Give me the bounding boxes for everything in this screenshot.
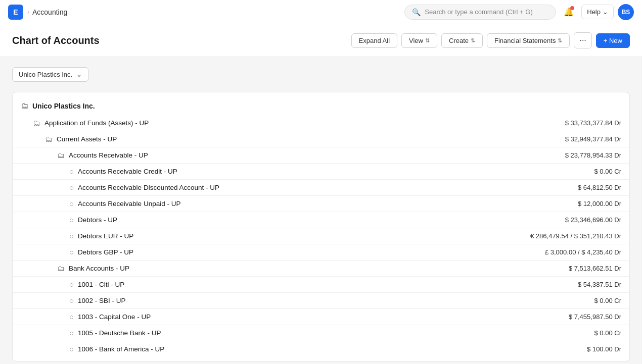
account-name: Accounts Receivable Credit - UP <box>78 168 177 175</box>
account-row[interactable]: ○ 1002 - SBI - UP $ 0.00 Cr <box>13 293 629 309</box>
account-left: ○ Accounts Receivable Credit - UP <box>69 167 177 176</box>
account-amount: $ 12,000.00 Dr <box>578 200 621 207</box>
company-name: Unico Plastics Inc. <box>32 102 95 110</box>
account-amount: $ 33,733,377.84 Dr <box>565 119 621 127</box>
help-chevron: ⌄ <box>603 8 608 16</box>
account-left: 🗂 Bank Accounts - UP <box>57 264 129 273</box>
circle-icon: ○ <box>69 345 74 353</box>
view-button[interactable]: View ⇅ <box>401 33 437 48</box>
account-row[interactable]: ○ 1005 - Deutsche Bank - UP $ 0.00 Cr <box>13 325 629 341</box>
folder-icon: 🗂 <box>45 135 53 143</box>
account-amount: $ 23,778,954.33 Dr <box>565 151 621 159</box>
account-left: ○ Accounts Receivable Unpaid - UP <box>69 199 180 208</box>
account-row[interactable]: ○ Accounts Receivable Discounted Account… <box>13 180 629 196</box>
account-name: 1005 - Deutsche Bank - UP <box>78 329 161 337</box>
account-amount: $ 23,346,696.00 Dr <box>565 216 621 224</box>
folder-icon: 🗂 <box>57 151 65 160</box>
circle-icon: ○ <box>69 167 74 176</box>
notification-dot <box>570 6 574 10</box>
account-amount: € 286,479.54 / $ 351,210.43 Dr <box>530 232 621 240</box>
search-bar[interactable]: 🔍 Search or type a command (Ctrl + G) <box>404 5 556 20</box>
account-row[interactable]: ○ Debtors GBP - UP £ 3,000.00 / $ 4,235.… <box>13 244 629 261</box>
account-left: 🗂 Current Assets - UP <box>45 135 117 143</box>
accounts-list: 🗂 Unico Plastics Inc. 🗂 Application of F… <box>12 92 630 361</box>
account-amount: £ 3,000.00 / $ 4,235.40 Dr <box>545 248 621 256</box>
search-placeholder: Search or type a command (Ctrl + G) <box>425 8 533 16</box>
folder-icon: 🗂 <box>57 264 65 273</box>
account-row[interactable]: ○ 1006 - Bank of America - UP $ 100.00 D… <box>13 341 629 357</box>
circle-icon: ○ <box>69 199 74 208</box>
account-name: Debtors - UP <box>78 216 117 224</box>
account-row[interactable]: 🗂 Bank Accounts - UP $ 7,513,662.51 Dr <box>13 261 629 277</box>
create-chevron: ⇅ <box>471 37 475 44</box>
account-left: ○ 1005 - Deutsche Bank - UP <box>69 329 161 337</box>
account-row[interactable]: ○ Debtors - UP $ 23,346,696.00 Dr <box>13 212 629 228</box>
account-amount: $ 0.00 Cr <box>594 297 621 304</box>
more-options-button[interactable]: ··· <box>574 32 591 48</box>
account-name: 1006 - Bank of America - UP <box>78 345 164 353</box>
notifications-bell[interactable]: 🔔 <box>560 4 577 21</box>
account-name: 1002 - SBI - UP <box>78 297 126 304</box>
circle-icon: ○ <box>69 313 74 321</box>
account-left: 🗂 Application of Funds (Assets) - UP <box>33 119 149 127</box>
account-row[interactable]: ○ 1003 - Capital One - UP $ 7,455,987.50… <box>13 309 629 325</box>
app-icon[interactable]: E <box>8 5 23 20</box>
account-left: ○ Debtors EUR - UP <box>69 232 133 240</box>
breadcrumb-accounting[interactable]: Accounting <box>32 8 67 16</box>
account-amount: $ 0.00 Cr <box>594 168 621 175</box>
account-amount: $ 100.00 Dr <box>587 345 621 353</box>
breadcrumb-sep: › <box>27 9 29 16</box>
page-header: Chart of Accounts Expand All View ⇅ Crea… <box>0 24 642 57</box>
create-button[interactable]: Create ⇅ <box>441 33 483 48</box>
company-header-row[interactable]: 🗂 Unico Plastics Inc. <box>13 96 629 115</box>
circle-icon: ○ <box>69 232 74 240</box>
user-avatar[interactable]: BS <box>618 4 634 20</box>
account-name: Debtors EUR - UP <box>78 232 133 240</box>
account-name: Current Assets - UP <box>57 135 117 143</box>
view-label: View <box>409 37 423 44</box>
account-amount: $ 7,513,662.51 Dr <box>569 265 621 272</box>
account-amount: $ 64,812.50 Dr <box>578 184 621 191</box>
main-content: Unico Plastics Inc. ⌄ 🗂 Unico Plastics I… <box>0 57 642 364</box>
circle-icon: ○ <box>69 329 74 337</box>
account-left: 🗂 Accounts Receivable - UP <box>57 151 148 160</box>
help-button[interactable]: Help ⌄ <box>581 5 614 19</box>
account-name: Application of Funds (Assets) - UP <box>44 119 149 127</box>
account-row[interactable]: ○ Debtors EUR - UP € 286,479.54 / $ 351,… <box>13 228 629 244</box>
circle-icon: ○ <box>69 296 74 305</box>
breadcrumb: › Accounting <box>27 8 67 16</box>
account-left: ○ Accounts Receivable Discounted Account… <box>69 183 219 192</box>
account-amount: $ 32,949,377.84 Dr <box>565 135 621 143</box>
circle-icon: ○ <box>69 183 74 192</box>
account-name: 1001 - Citi - UP <box>78 281 124 288</box>
page-actions: Expand All View ⇅ Create ⇅ Financial Sta… <box>351 32 630 48</box>
account-left: ○ 1002 - SBI - UP <box>69 296 126 305</box>
account-name: Accounts Receivable Discounted Account -… <box>78 184 219 191</box>
create-label: Create <box>449 37 469 44</box>
account-left: ○ Debtors - UP <box>69 216 117 224</box>
account-amount: $ 54,387.51 Dr <box>578 281 621 288</box>
new-button[interactable]: + New <box>596 33 630 48</box>
company-selector[interactable]: Unico Plastics Inc. ⌄ <box>12 67 88 82</box>
company-selector-label: Unico Plastics Inc. <box>19 71 72 78</box>
account-left: ○ 1006 - Bank of America - UP <box>69 345 164 353</box>
account-row[interactable]: 🗂 Current Assets - UP $ 32,949,377.84 Dr <box>13 131 629 147</box>
account-row[interactable]: ○ Accounts Receivable Unpaid - UP $ 12,0… <box>13 196 629 212</box>
account-left: ○ 1001 - Citi - UP <box>69 280 124 289</box>
account-row[interactable]: ○ Accounts Receivable Credit - UP $ 0.00… <box>13 164 629 180</box>
search-icon: 🔍 <box>412 8 421 16</box>
company-folder-icon: 🗂 <box>21 101 28 110</box>
account-name: Accounts Receivable - UP <box>69 151 148 159</box>
financial-statements-label: Financial Statements <box>494 37 556 44</box>
circle-icon: ○ <box>69 248 74 256</box>
account-amount: $ 0.00 Cr <box>594 329 621 337</box>
circle-icon: ○ <box>69 280 74 289</box>
expand-all-button[interactable]: Expand All <box>351 33 397 48</box>
top-nav: E › Accounting 🔍 Search or type a comman… <box>0 0 642 24</box>
page-title: Chart of Accounts <box>12 35 100 46</box>
account-name: 1003 - Capital One - UP <box>78 313 151 321</box>
account-row[interactable]: 🗂 Application of Funds (Assets) - UP $ 3… <box>13 115 629 131</box>
account-row[interactable]: 🗂 Accounts Receivable - UP $ 23,778,954.… <box>13 147 629 164</box>
account-row[interactable]: ○ 1001 - Citi - UP $ 54,387.51 Dr <box>13 277 629 293</box>
financial-statements-button[interactable]: Financial Statements ⇅ <box>487 33 570 48</box>
